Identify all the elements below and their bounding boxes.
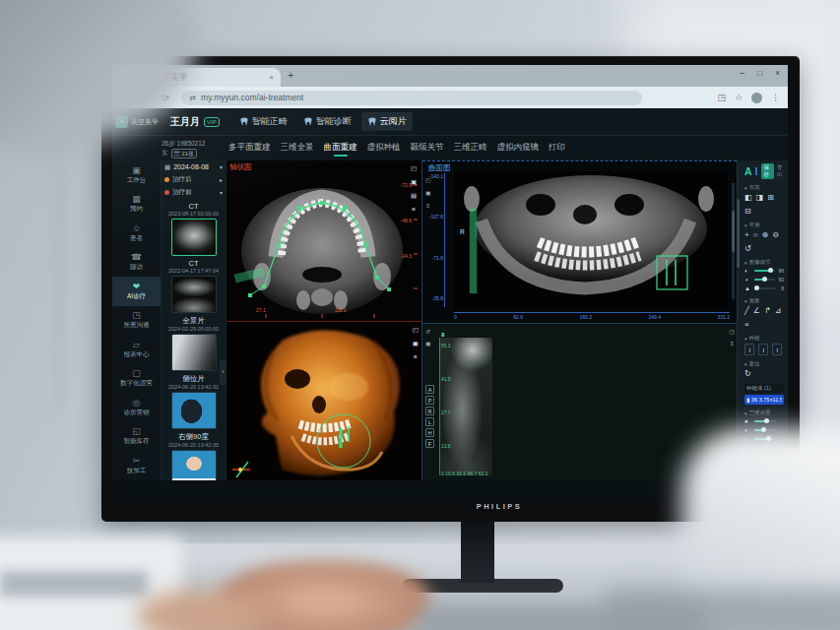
profile-avatar[interactable] <box>751 93 762 103</box>
implant-list-row-selected[interactable]: ▮ 36 3.75×11.5 <box>744 395 784 405</box>
slider-fill[interactable] <box>754 438 769 440</box>
common-tool-icon[interactable]: + <box>744 230 749 240</box>
slider-track[interactable] <box>754 429 776 431</box>
view-menu-item[interactable]: 三维正畸 <box>454 142 487 157</box>
common-tool-icon[interactable]: ○ <box>753 230 758 240</box>
orientation-button[interactable]: R <box>425 407 434 415</box>
slider-fill[interactable] <box>754 420 767 422</box>
back-icon[interactable]: ← <box>122 93 132 103</box>
view-menu-item[interactable]: 多平面重建 <box>228 142 271 157</box>
layout-tool-icon[interactable]: ⊟ <box>744 207 751 217</box>
sidebar-item[interactable]: ▦ 预约 <box>112 190 161 220</box>
panel-collapse-handle[interactable]: ‹ <box>220 359 226 385</box>
new-tab-button[interactable]: + <box>288 69 293 81</box>
view-menu-item[interactable]: 虚拟内窥镜 <box>497 142 540 157</box>
study-group-row[interactable]: 治疗前 ▾ <box>162 186 226 199</box>
slider-fill[interactable] <box>754 429 764 431</box>
slider-track[interactable] <box>754 438 776 440</box>
save-button[interactable]: 保存 <box>761 163 774 179</box>
viewport-tool-icon[interactable]: ≡ <box>730 341 734 347</box>
sidebar-item[interactable]: ☎ 随访 <box>112 248 161 278</box>
right-panel-scrollbar[interactable] <box>737 199 740 268</box>
study-thumbnail[interactable] <box>171 334 217 371</box>
url-bar[interactable]: ⇄ my.myyun.com/ai-treatment <box>181 91 642 105</box>
view-menu-item[interactable]: 打印 <box>549 142 565 157</box>
axial-viewport[interactable]: 轴状面 -72.9-48.6-24.3 27.1111.2 <box>226 160 421 321</box>
sidebar-item[interactable]: ◳ 医患沟通 <box>112 306 161 336</box>
study-thumbnail[interactable] <box>171 276 217 313</box>
implant-tool-icon[interactable]: ≀ <box>758 344 768 355</box>
orientation-button[interactable]: H <box>425 428 434 437</box>
sidebar-item[interactable]: ▱ 报表中心 <box>112 335 161 364</box>
app-tab[interactable]: 智能正畸 <box>233 112 293 131</box>
slider-track[interactable] <box>754 287 776 289</box>
sidebar-item[interactable]: ▢ 数字化运营 <box>112 364 161 394</box>
sidebar-item[interactable]: ▣ 工作台 <box>112 160 161 190</box>
sidebar-item[interactable]: ◎ 诊所营销 <box>112 393 161 422</box>
orientation-button[interactable]: P <box>425 396 434 405</box>
slider-fill[interactable] <box>754 270 771 272</box>
study-item[interactable]: CT 2022-04-17 17:47:04 <box>162 259 226 313</box>
orientation-button[interactable]: F <box>425 439 434 448</box>
measure-tool-icon[interactable]: × <box>744 320 749 330</box>
app-tab[interactable]: 智能诊断 <box>297 112 357 131</box>
measure-tool-icon[interactable]: ∠ <box>753 306 760 316</box>
sidebar-item[interactable]: ◱ 智能库存 <box>112 422 161 452</box>
viewport-tool-icon[interactable]: ▤ <box>411 192 417 199</box>
implant-tool-icon[interactable]: ≀ <box>744 344 754 355</box>
layout-tool-icon[interactable]: ⊞ <box>767 193 774 203</box>
common-tool-icon[interactable]: ⊕ <box>762 230 769 240</box>
viewport-tool-icon[interactable]: ≡ <box>412 206 416 213</box>
study-thumbnail[interactable] <box>171 392 217 429</box>
view-menu-item[interactable]: 曲面重建 <box>324 142 357 157</box>
viewport-tool-icon[interactable]: ≡ <box>414 353 418 360</box>
viewport-tool-icon[interactable]: ▣ <box>425 341 431 347</box>
close-button[interactable]: × <box>775 68 780 78</box>
implant-tool-icon[interactable]: ≀ <box>772 344 782 355</box>
pano-scrollbar-thumb[interactable] <box>732 211 735 252</box>
reload-icon[interactable]: ⟳ <box>162 93 169 103</box>
study-item[interactable]: 侧位片 2024-06-20 13:42:31 <box>162 374 226 429</box>
layout-tool-icon[interactable]: ◧ <box>744 193 752 203</box>
study-thumbnail[interactable] <box>171 219 217 256</box>
panoramic-viewport[interactable]: 曲面图 ◰▣≡ -143.1-107.6-71.6-35.8 <box>422 160 737 323</box>
maximize-button[interactable]: □ <box>757 68 762 78</box>
common-tool-icon[interactable]: ↺ <box>744 244 751 254</box>
slider-track[interactable] <box>754 270 776 272</box>
viewport-tool-icon[interactable]: ↺ <box>425 329 430 336</box>
sidebar-item[interactable]: ❤ AI诊疗 <box>112 277 161 306</box>
viewport-tool-icon[interactable]: ▣ <box>411 178 417 185</box>
measure-tool-icon[interactable]: ↱ <box>764 306 771 316</box>
sidebar-item[interactable]: ✂ 技加工 <box>112 451 161 480</box>
export-link[interactable]: 导出 <box>777 164 784 178</box>
layout-tool-icon[interactable]: ◨ <box>756 193 764 203</box>
sidebar-item[interactable]: ☺ 患者 <box>112 219 161 248</box>
study-item[interactable]: 全景片 2024-02-29 00:00:00 <box>162 316 226 371</box>
viewport-tool-icon[interactable]: ▣ <box>413 340 419 346</box>
volume-3d-viewport[interactable]: ◰▣≡ <box>226 322 421 480</box>
study-group-row[interactable]: 治疗后 ▸ <box>162 173 226 186</box>
view-menu-item[interactable]: 虚拟种植 <box>367 142 401 157</box>
slider-track[interactable] <box>754 279 776 281</box>
study-item[interactable]: 右侧90度 2024-06-20 13:42:35 <box>162 432 226 480</box>
tab-close-icon[interactable]: × <box>269 73 274 82</box>
reset-view-icon[interactable]: ↻ <box>744 369 751 379</box>
photo-count-badge[interactable]: ▤ 21张 <box>171 149 197 158</box>
bookmark-icon[interactable]: ☆ <box>735 93 743 102</box>
search-tabs-button[interactable]: ▾ <box>116 70 129 83</box>
minimize-button[interactable]: – <box>740 68 744 78</box>
slider-fill[interactable] <box>754 279 765 281</box>
viewport-tool-icon[interactable]: ◳ <box>729 329 735 336</box>
view-menu-item[interactable]: 三维全景 <box>281 142 314 157</box>
measure-tool-icon[interactable]: ╱ <box>744 306 749 316</box>
browser-tab[interactable]: 美亚美学 × <box>133 68 281 87</box>
extensions-icon[interactable]: ◳ <box>717 93 726 102</box>
measure-tool-icon[interactable]: ⊿ <box>775 306 782 316</box>
browser-menu-icon[interactable]: ⋮ <box>771 93 780 102</box>
pano-scrollbar[interactable] <box>732 183 735 299</box>
app-tab[interactable]: 云阅片 <box>361 112 413 131</box>
cross-sections-viewport[interactable]: ↺▣ APRLHF 55.3 41.5 27.7 13.8 <box>422 324 737 480</box>
orientation-button[interactable]: A <box>425 385 434 394</box>
forward-icon[interactable]: → <box>142 93 152 103</box>
orientation-button[interactable]: L <box>425 417 434 426</box>
